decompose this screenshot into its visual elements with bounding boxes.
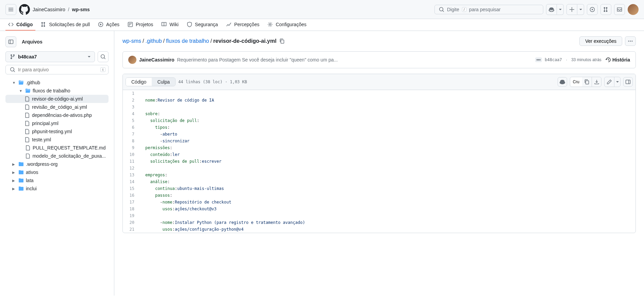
nav-pulls[interactable]: Solicitações de pull	[38, 19, 93, 31]
line-number[interactable]: 6	[123, 124, 140, 131]
path-github[interactable]: .github	[146, 38, 162, 44]
line-content[interactable]: permissões:	[140, 144, 635, 151]
line-content[interactable]: análise:	[140, 178, 635, 185]
line-content[interactable]: sobre:	[140, 110, 635, 117]
global-search[interactable]: Digite / para pesquisar	[434, 5, 543, 14]
nav-settings[interactable]: Configurações	[265, 19, 309, 31]
tree-file-test[interactable]: teste.yml	[5, 136, 109, 144]
line-content[interactable]: solicitações de pull:escrever	[140, 158, 635, 165]
tree-file-main[interactable]: principal.yml	[5, 119, 109, 127]
line-content[interactable]: nome:Revisor de código de IA	[140, 97, 635, 104]
line-content[interactable]	[140, 104, 635, 110]
line-content[interactable]	[140, 212, 635, 219]
line-content[interactable]: continua:ubuntu-mais-ultimas	[140, 185, 635, 192]
path-root[interactable]: wp-sms	[122, 38, 141, 44]
code-area[interactable]: 12nome:Revisor de código de IA34sobre:5 …	[123, 90, 635, 233]
github-logo[interactable]	[19, 4, 30, 15]
file-filter[interactable]: t	[5, 65, 109, 74]
line-content[interactable]	[140, 165, 635, 172]
tree-folder-workflows[interactable]: ▼fluxos de trabalho	[5, 87, 109, 95]
line-number[interactable]: 19	[123, 212, 140, 219]
nav-code[interactable]: Código	[5, 19, 35, 31]
tree-file-phpunit[interactable]: phpunit-testing.yml	[5, 127, 109, 136]
copilot-file-button[interactable]	[558, 77, 567, 87]
line-content[interactable]: -aberto	[140, 131, 635, 138]
search-files-button[interactable]	[98, 51, 109, 62]
edit-button[interactable]	[605, 77, 614, 87]
commit-sha[interactable]: b48caa7	[545, 57, 562, 62]
line-content[interactable]: -nome:Repositório de checkout	[140, 199, 635, 206]
issues-button[interactable]	[587, 4, 598, 15]
line-content[interactable]: solicitação de pull:	[140, 117, 635, 124]
line-number[interactable]: 13	[123, 172, 140, 178]
line-content[interactable]: -nome:Instalar Python (para registro e t…	[140, 219, 635, 226]
view-code-tab[interactable]: Código	[126, 78, 152, 86]
line-content[interactable]: tipos:	[140, 124, 635, 131]
commit-author[interactable]: JaineCassimiro	[139, 57, 175, 63]
raw-button[interactable]: Cru	[570, 77, 582, 87]
line-number[interactable]: 12	[123, 165, 140, 172]
tree-file-ai-reviewer[interactable]: revisor-de-código-ai.yml	[5, 95, 109, 103]
line-number[interactable]: 3	[123, 104, 140, 110]
tree-file-ai-review[interactable]: revisão_de_código_ai.yml	[5, 103, 109, 111]
line-number[interactable]: 9	[123, 144, 140, 151]
tree-folder-lata[interactable]: ▶lata	[5, 176, 109, 184]
create-dropdown[interactable]	[577, 4, 584, 15]
line-number[interactable]: 7	[123, 131, 140, 138]
commit-author-avatar[interactable]	[128, 56, 136, 64]
line-number[interactable]: 10	[123, 151, 140, 158]
copy-path-button[interactable]	[278, 37, 286, 45]
tree-folder-inclui[interactable]: ▶inclui	[5, 184, 109, 193]
nav-wiki[interactable]: Wiki	[159, 19, 181, 31]
download-raw-button[interactable]	[592, 77, 601, 87]
line-number[interactable]: 21	[123, 226, 140, 233]
tree-file-pr-model[interactable]: modelo_de_solicitação_de_puxa...	[5, 152, 109, 160]
line-content[interactable]: usos:ações/checkout@v3	[140, 206, 635, 212]
line-number[interactable]: 20	[123, 219, 140, 226]
path-workflows[interactable]: fluxos de trabalho	[166, 38, 209, 44]
copilot-dropdown[interactable]	[557, 4, 564, 15]
line-number[interactable]: 4	[123, 110, 140, 117]
line-number[interactable]: 16	[123, 192, 140, 199]
tree-folder-wordpress-org[interactable]: ▶.wordpress-org	[5, 160, 109, 168]
line-content[interactable]: empregos:	[140, 172, 635, 178]
owner-link[interactable]: JaineCassimiro	[33, 7, 65, 12]
nav-actions[interactable]: Ações	[95, 19, 122, 31]
line-content[interactable]: usos:ações/configuração-python@v4	[140, 226, 635, 233]
nav-security[interactable]: Segurança	[184, 19, 221, 31]
line-number[interactable]: 1	[123, 90, 140, 97]
hamburger-menu[interactable]	[5, 4, 16, 15]
commit-message[interactable]: Requerimento para Postagem Se você desej…	[177, 57, 532, 63]
symbols-button[interactable]	[623, 77, 633, 87]
edit-dropdown[interactable]	[614, 77, 620, 87]
line-content[interactable]: conteúdo:ler	[140, 151, 635, 158]
view-blame-tab[interactable]: Culpa	[152, 78, 175, 86]
commit-expand-button[interactable]: •••	[535, 57, 542, 62]
more-options-button[interactable]	[625, 36, 636, 46]
line-number[interactable]: 11	[123, 158, 140, 165]
create-button[interactable]	[566, 4, 577, 15]
copy-raw-button[interactable]	[582, 77, 592, 87]
line-content[interactable]: passos:	[140, 192, 635, 199]
line-number[interactable]: 14	[123, 178, 140, 185]
history-link[interactable]: História	[606, 57, 630, 63]
repo-link[interactable]: wp-sms	[72, 7, 90, 12]
tree-folder-github[interactable]: ▼.github	[5, 78, 109, 87]
line-number[interactable]: 2	[123, 97, 140, 104]
nav-projects[interactable]: Projetos	[125, 19, 156, 31]
user-avatar[interactable]	[628, 4, 639, 15]
pulls-button[interactable]	[600, 4, 611, 15]
line-number[interactable]: 8	[123, 138, 140, 144]
branch-selector[interactable]: b48caa7	[5, 51, 95, 62]
file-filter-input[interactable]	[18, 67, 104, 72]
collapse-sidebar-button[interactable]	[5, 36, 16, 47]
line-content[interactable]: -sincronizar	[140, 138, 635, 144]
line-number[interactable]: 15	[123, 185, 140, 192]
line-number[interactable]: 5	[123, 117, 140, 124]
line-content[interactable]	[140, 90, 635, 97]
line-number[interactable]: 18	[123, 206, 140, 212]
tree-file-asset-deps[interactable]: dependências-de-ativos.php	[5, 111, 109, 119]
tree-file-pr-template[interactable]: PULL_REQUEST_TEMPLATE.md	[5, 144, 109, 152]
tree-folder-ativos[interactable]: ▶ativos	[5, 168, 109, 176]
inbox-button[interactable]	[614, 4, 625, 15]
